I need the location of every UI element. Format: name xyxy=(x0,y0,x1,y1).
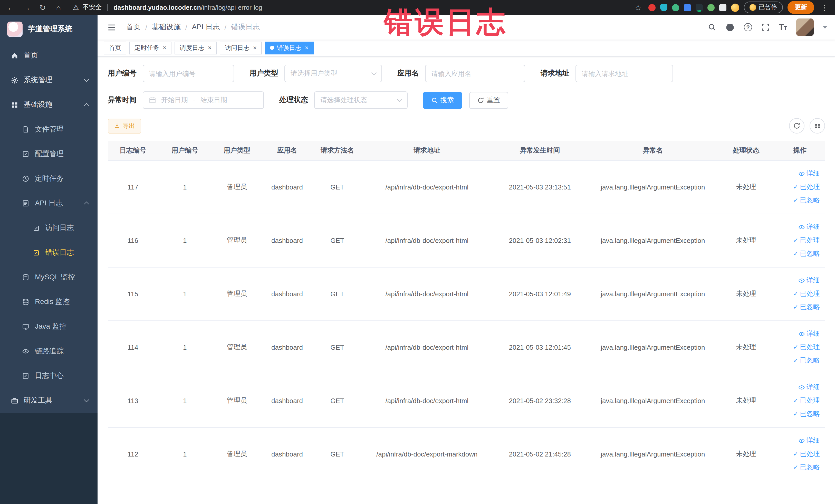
mark-processed-link[interactable]: ✓ 已处理 xyxy=(793,449,820,459)
browser-home-button[interactable]: ⌂ xyxy=(53,2,64,13)
mark-processed-link[interactable]: ✓ 已处理 xyxy=(793,396,820,405)
detail-link[interactable]: 详细 xyxy=(798,222,820,231)
font-size-icon[interactable]: TT xyxy=(779,23,787,31)
mark-ignored-link[interactable]: ✓ 已忽略 xyxy=(793,249,820,258)
chevron-up-icon xyxy=(84,103,89,108)
sidebar-item-error-log[interactable]: 错误日志 xyxy=(0,240,98,265)
mark-processed-link[interactable]: ✓ 已处理 xyxy=(793,182,820,191)
app-name-input[interactable] xyxy=(425,65,525,82)
sidebar-item-java-monitor[interactable]: Java 监控 xyxy=(0,314,98,339)
sidebar-item-link-tracing[interactable]: 链路追踪 xyxy=(0,339,98,364)
request-url-input[interactable] xyxy=(575,65,673,82)
detail-link[interactable]: 详细 xyxy=(798,276,820,285)
mark-processed-link[interactable]: ✓ 已处理 xyxy=(793,236,820,245)
extension-icon[interactable] xyxy=(708,4,715,11)
refresh-button[interactable] xyxy=(789,118,805,134)
method-cell: GET xyxy=(312,267,363,320)
mark-ignored-link[interactable]: ✓ 已忽略 xyxy=(793,463,820,472)
user-type-select[interactable]: 请选择用户类型 xyxy=(284,65,382,82)
field-label: 处理状态 xyxy=(279,96,308,105)
sidebar-item-dev-tools[interactable]: 研发工具 xyxy=(0,388,98,413)
column-header: 日志编号 xyxy=(108,141,158,160)
avatar-caret-icon[interactable] xyxy=(823,26,827,28)
tab-home[interactable]: 首页 xyxy=(104,41,126,54)
mark-ignored-link[interactable]: ✓ 已忽略 xyxy=(793,196,820,205)
detail-link[interactable]: 详细 xyxy=(798,169,820,178)
detail-link[interactable]: 详细 xyxy=(798,329,820,338)
address-bar[interactable]: ⚠ 不安全 dashboard.yudao.iocoder.cn/infra/l… xyxy=(69,3,628,12)
close-icon[interactable]: × xyxy=(253,45,257,51)
extension-icon[interactable] xyxy=(660,4,667,11)
eye-icon xyxy=(798,384,805,390)
sidebar-item-file-management[interactable]: 文件管理 xyxy=(0,117,98,142)
browser-menu-icon[interactable]: ⋮ xyxy=(819,2,830,13)
mark-ignored-link[interactable]: ✓ 已忽略 xyxy=(793,302,820,312)
export-button[interactable]: 导出 xyxy=(108,118,141,133)
exception-time-range-picker[interactable]: 开始日期 - 结束日期 xyxy=(143,92,264,109)
extension-icon[interactable] xyxy=(672,4,679,11)
table-toolbar: 导出 xyxy=(108,118,825,134)
extension-icon[interactable] xyxy=(648,4,656,11)
mark-ignored-link[interactable]: ✓ 已忽略 xyxy=(793,409,820,419)
sidebar-item-home[interactable]: 首页 xyxy=(0,43,98,68)
app-logo[interactable]: 芋道管理系统 xyxy=(0,15,98,43)
row-actions: 详细 ✓ 已处理 ✓ 已忽略 xyxy=(777,436,823,472)
sidebar-item-api-logs[interactable]: API 日志 xyxy=(0,191,98,216)
actions-cell: 详细 ✓ 已处理 ✓ 已忽略 xyxy=(775,160,825,214)
mark-processed-link[interactable]: ✓ 已处理 xyxy=(793,343,820,352)
fullscreen-icon[interactable] xyxy=(761,23,770,31)
bookmark-star-icon[interactable]: ☆ xyxy=(632,2,644,13)
back-button[interactable]: ← xyxy=(5,2,16,13)
mark-processed-link[interactable]: ✓ 已处理 xyxy=(793,289,820,298)
sidebar-footer xyxy=(0,413,98,504)
error-log-table: 日志编号 用户编号 用户类型 应用名 请求方法名 请求地址 异常发生时间 异常名… xyxy=(108,141,825,481)
reset-button[interactable]: 重置 xyxy=(469,92,508,108)
sidebar-item-mysql-monitor[interactable]: MySQL 监控 xyxy=(0,265,98,289)
sidebar-item-label: 访问日志 xyxy=(45,223,74,233)
help-icon[interactable]: ? xyxy=(744,23,752,31)
sidebar-menu: 首页 系统管理 基础设施 文件管理 xyxy=(0,43,98,413)
process-status-select[interactable]: 请选择处理状态 xyxy=(314,92,408,109)
close-icon[interactable]: × xyxy=(208,45,211,51)
user-id-cell: 1 xyxy=(158,427,212,481)
paused-button[interactable]: 已暂停 xyxy=(744,2,783,13)
breadcrumb-item[interactable]: API 日志 xyxy=(192,23,220,32)
forward-button[interactable]: → xyxy=(21,2,32,13)
mark-ignored-link[interactable]: ✓ 已忽略 xyxy=(793,356,820,365)
tab-error-log[interactable]: 错误日志 × xyxy=(265,41,314,54)
detail-link[interactable]: 详细 xyxy=(798,383,820,392)
sidebar-item-infrastructure[interactable]: 基础设施 xyxy=(0,93,98,117)
github-icon[interactable] xyxy=(726,23,735,32)
profile-avatar[interactable] xyxy=(731,3,739,12)
app-name-cell: dashboard xyxy=(262,267,312,320)
search-button[interactable]: 搜索 xyxy=(423,92,462,108)
sidebar-item-scheduled-tasks[interactable]: 定时任务 xyxy=(0,166,98,191)
search-icon[interactable] xyxy=(708,23,716,31)
sidebar-item-system[interactable]: 系统管理 xyxy=(0,68,98,93)
url-text: dashboard.yudao.iocoder.cn/infra/log/api… xyxy=(114,4,262,11)
action-label: 已处理 xyxy=(800,343,820,352)
sidebar-item-access-log[interactable]: 访问日志 xyxy=(0,216,98,240)
extension-icon[interactable] xyxy=(684,4,691,11)
sidebar-item-config-management[interactable]: 配置管理 xyxy=(0,142,98,166)
extensions-puzzle-icon[interactable] xyxy=(719,4,727,11)
reload-button[interactable]: ↻ xyxy=(37,2,48,13)
extension-icon[interactable]: on xyxy=(696,4,703,11)
user-id-input[interactable] xyxy=(143,65,234,82)
column-settings-button[interactable] xyxy=(810,118,825,134)
close-icon[interactable]: × xyxy=(305,45,308,51)
update-button[interactable]: 更新 xyxy=(788,1,814,14)
tab-access-log[interactable]: 访问日志 × xyxy=(220,41,262,54)
user-avatar[interactable] xyxy=(796,19,814,36)
sidebar-item-redis-monitor[interactable]: Redis 监控 xyxy=(0,289,98,314)
detail-link[interactable]: 详细 xyxy=(798,436,820,445)
sidebar-item-log-center[interactable]: 日志中心 xyxy=(0,364,98,388)
sidebar-toggle-button[interactable] xyxy=(106,22,117,33)
request-url-cell: /api/infra/db-doc/export-html xyxy=(363,214,492,267)
close-icon[interactable]: × xyxy=(163,45,166,51)
breadcrumb-item[interactable]: 基础设施 xyxy=(152,23,181,32)
tab-schedule-log[interactable]: 调度日志 × xyxy=(175,41,217,54)
tab-scheduled-tasks[interactable]: 定时任务 × xyxy=(129,41,171,54)
breadcrumb-item[interactable]: 首页 xyxy=(126,23,141,32)
check-icon: ✓ xyxy=(793,357,798,364)
